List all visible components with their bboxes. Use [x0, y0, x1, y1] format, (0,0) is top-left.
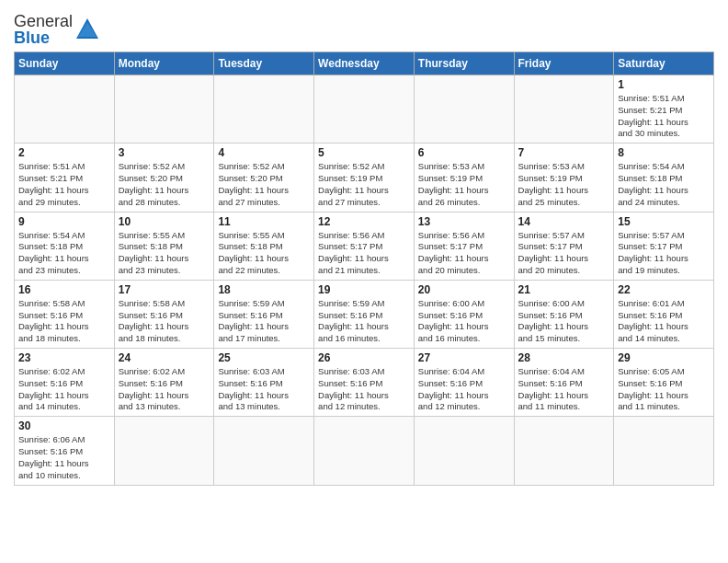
week-row-3: 9Sunrise: 5:54 AM Sunset: 5:18 PM Daylig…	[15, 212, 714, 280]
header-day-friday: Friday	[514, 52, 614, 75]
day-cell: 7Sunrise: 5:53 AM Sunset: 5:19 PM Daylig…	[514, 144, 614, 212]
day-number: 9	[18, 215, 110, 228]
day-cell	[414, 417, 514, 485]
day-number: 4	[218, 146, 310, 159]
day-info: Sunrise: 5:59 AM Sunset: 5:16 PM Dayligh…	[318, 298, 410, 345]
day-cell: 23Sunrise: 6:02 AM Sunset: 5:16 PM Dayli…	[15, 349, 115, 417]
day-cell	[414, 75, 514, 144]
day-info: Sunrise: 5:58 AM Sunset: 5:16 PM Dayligh…	[18, 298, 110, 345]
header-day-tuesday: Tuesday	[214, 52, 314, 75]
day-cell	[214, 417, 314, 485]
day-cell: 10Sunrise: 5:55 AM Sunset: 5:18 PM Dayli…	[114, 212, 214, 280]
header-row: SundayMondayTuesdayWednesdayThursdayFrid…	[15, 52, 714, 75]
day-cell: 3Sunrise: 5:52 AM Sunset: 5:20 PM Daylig…	[114, 144, 214, 212]
day-info: Sunrise: 5:56 AM Sunset: 5:17 PM Dayligh…	[318, 230, 410, 277]
day-info: Sunrise: 6:04 AM Sunset: 5:16 PM Dayligh…	[418, 366, 510, 413]
header-day-thursday: Thursday	[414, 52, 514, 75]
day-info: Sunrise: 6:05 AM Sunset: 5:16 PM Dayligh…	[618, 366, 710, 413]
day-number: 5	[318, 146, 410, 159]
day-number: 8	[618, 146, 710, 159]
day-cell	[314, 417, 415, 485]
day-info: Sunrise: 6:04 AM Sunset: 5:16 PM Dayligh…	[518, 366, 610, 413]
day-cell: 1Sunrise: 5:51 AM Sunset: 5:21 PM Daylig…	[614, 75, 714, 144]
day-number: 15	[618, 215, 710, 228]
day-info: Sunrise: 5:52 AM Sunset: 5:19 PM Dayligh…	[318, 161, 410, 208]
day-cell: 20Sunrise: 6:00 AM Sunset: 5:16 PM Dayli…	[414, 280, 514, 348]
day-number: 13	[418, 215, 510, 228]
day-info: Sunrise: 5:58 AM Sunset: 5:16 PM Dayligh…	[119, 298, 210, 345]
day-info: Sunrise: 6:00 AM Sunset: 5:16 PM Dayligh…	[518, 298, 610, 345]
day-number: 21	[518, 283, 610, 296]
day-cell: 5Sunrise: 5:52 AM Sunset: 5:19 PM Daylig…	[314, 144, 415, 212]
day-cell: 12Sunrise: 5:56 AM Sunset: 5:17 PM Dayli…	[314, 212, 415, 280]
day-info: Sunrise: 5:55 AM Sunset: 5:18 PM Dayligh…	[218, 230, 310, 277]
day-cell	[15, 75, 115, 144]
day-cell: 13Sunrise: 5:56 AM Sunset: 5:17 PM Dayli…	[414, 212, 514, 280]
day-info: Sunrise: 5:53 AM Sunset: 5:19 PM Dayligh…	[518, 161, 610, 208]
day-number: 23	[18, 351, 110, 364]
week-row-5: 23Sunrise: 6:02 AM Sunset: 5:16 PM Dayli…	[15, 349, 714, 417]
day-number: 22	[618, 283, 710, 296]
day-cell: 24Sunrise: 6:02 AM Sunset: 5:16 PM Dayli…	[114, 349, 214, 417]
day-number: 25	[218, 351, 310, 364]
day-info: Sunrise: 5:55 AM Sunset: 5:18 PM Dayligh…	[119, 230, 210, 277]
page: General Blue SundayMondayTuesdayWednesda…	[0, 0, 728, 563]
day-cell	[114, 75, 214, 144]
day-cell: 14Sunrise: 5:57 AM Sunset: 5:17 PM Dayli…	[514, 212, 614, 280]
header-day-saturday: Saturday	[614, 52, 714, 75]
day-cell: 25Sunrise: 6:03 AM Sunset: 5:16 PM Dayli…	[214, 349, 314, 417]
day-number: 2	[18, 146, 110, 159]
logo-icon	[74, 17, 100, 42]
day-number: 16	[18, 283, 110, 296]
day-number: 12	[318, 215, 410, 228]
week-row-4: 16Sunrise: 5:58 AM Sunset: 5:16 PM Dayli…	[15, 280, 714, 348]
day-info: Sunrise: 6:03 AM Sunset: 5:16 PM Dayligh…	[318, 366, 410, 413]
header-day-sunday: Sunday	[15, 52, 115, 75]
calendar-body: 1Sunrise: 5:51 AM Sunset: 5:21 PM Daylig…	[15, 75, 714, 486]
day-info: Sunrise: 6:03 AM Sunset: 5:16 PM Dayligh…	[218, 366, 310, 413]
header-area: General Blue	[14, 9, 714, 46]
day-cell	[314, 75, 415, 144]
day-info: Sunrise: 5:51 AM Sunset: 5:21 PM Dayligh…	[618, 93, 710, 140]
day-number: 10	[119, 215, 210, 228]
day-cell: 26Sunrise: 6:03 AM Sunset: 5:16 PM Dayli…	[314, 349, 415, 417]
day-cell: 9Sunrise: 5:54 AM Sunset: 5:18 PM Daylig…	[15, 212, 115, 280]
day-cell: 19Sunrise: 5:59 AM Sunset: 5:16 PM Dayli…	[314, 280, 415, 348]
day-info: Sunrise: 5:54 AM Sunset: 5:18 PM Dayligh…	[18, 230, 110, 277]
day-cell: 6Sunrise: 5:53 AM Sunset: 5:19 PM Daylig…	[414, 144, 514, 212]
day-info: Sunrise: 6:02 AM Sunset: 5:16 PM Dayligh…	[18, 366, 110, 413]
day-info: Sunrise: 5:52 AM Sunset: 5:20 PM Dayligh…	[218, 161, 310, 208]
day-number: 29	[618, 351, 710, 364]
day-cell: 21Sunrise: 6:00 AM Sunset: 5:16 PM Dayli…	[514, 280, 614, 348]
day-number: 24	[119, 351, 210, 364]
week-row-1: 1Sunrise: 5:51 AM Sunset: 5:21 PM Daylig…	[15, 75, 714, 144]
day-info: Sunrise: 6:01 AM Sunset: 5:16 PM Dayligh…	[618, 298, 710, 345]
logo-text: General Blue	[14, 13, 73, 46]
week-row-2: 2Sunrise: 5:51 AM Sunset: 5:21 PM Daylig…	[15, 144, 714, 212]
day-cell: 30Sunrise: 6:06 AM Sunset: 5:16 PM Dayli…	[15, 417, 115, 485]
day-info: Sunrise: 6:06 AM Sunset: 5:16 PM Dayligh…	[18, 434, 110, 481]
day-info: Sunrise: 6:02 AM Sunset: 5:16 PM Dayligh…	[119, 366, 210, 413]
day-cell	[614, 417, 714, 485]
day-info: Sunrise: 5:54 AM Sunset: 5:18 PM Dayligh…	[618, 161, 710, 208]
day-cell	[514, 417, 614, 485]
day-number: 20	[418, 283, 510, 296]
logo-general: General	[14, 12, 73, 30]
day-info: Sunrise: 5:56 AM Sunset: 5:17 PM Dayligh…	[418, 230, 510, 277]
day-cell: 18Sunrise: 5:59 AM Sunset: 5:16 PM Dayli…	[214, 280, 314, 348]
day-number: 18	[218, 283, 310, 296]
calendar-header: SundayMondayTuesdayWednesdayThursdayFrid…	[15, 52, 714, 75]
logo-blue: Blue	[14, 29, 50, 47]
day-number: 11	[218, 215, 310, 228]
day-number: 3	[119, 146, 210, 159]
day-number: 6	[418, 146, 510, 159]
day-info: Sunrise: 5:51 AM Sunset: 5:21 PM Dayligh…	[18, 161, 110, 208]
header-day-wednesday: Wednesday	[314, 52, 415, 75]
day-cell: 16Sunrise: 5:58 AM Sunset: 5:16 PM Dayli…	[15, 280, 115, 348]
day-number: 30	[18, 419, 110, 432]
day-cell: 11Sunrise: 5:55 AM Sunset: 5:18 PM Dayli…	[214, 212, 314, 280]
day-cell: 4Sunrise: 5:52 AM Sunset: 5:20 PM Daylig…	[214, 144, 314, 212]
day-cell: 17Sunrise: 5:58 AM Sunset: 5:16 PM Dayli…	[114, 280, 214, 348]
day-number: 28	[518, 351, 610, 364]
day-info: Sunrise: 6:00 AM Sunset: 5:16 PM Dayligh…	[418, 298, 510, 345]
